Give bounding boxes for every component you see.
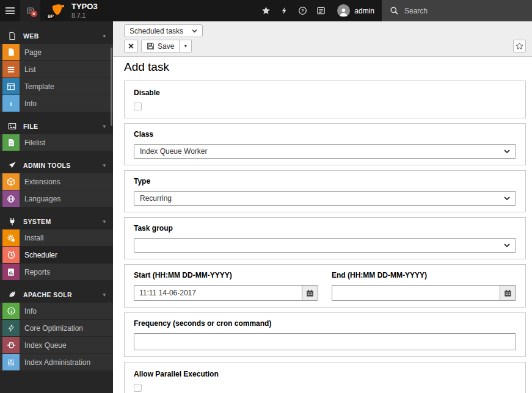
- save-button[interactable]: Save: [141, 40, 180, 52]
- help-button[interactable]: ?: [293, 0, 312, 21]
- type-select[interactable]: Recurring: [134, 191, 516, 206]
- sidebar-item-install[interactable]: Install: [0, 229, 113, 246]
- sidebar-item-template[interactable]: Template: [0, 78, 113, 95]
- sidebar-item-scheduler[interactable]: Scheduler: [0, 247, 113, 263]
- parallel-label: Allow Parallel Execution: [134, 370, 516, 378]
- username: admin: [354, 7, 374, 15]
- sidebar-section-system[interactable]: SYSTEM ▾: [0, 213, 113, 229]
- chevron-down-icon: ▾: [103, 292, 106, 298]
- chevron-down-icon: ▾: [103, 218, 106, 225]
- class-label: Class: [134, 130, 516, 139]
- filelist-icon: [2, 134, 20, 151]
- module-body: Add task Disable Class Index Queue Worke…: [113, 57, 532, 393]
- start-input[interactable]: [134, 285, 302, 301]
- core-optimization-icon: [2, 320, 20, 336]
- search-icon: [390, 6, 399, 15]
- sidebar-section-admin-tools[interactable]: ADMIN TOOLS ▾: [0, 157, 113, 173]
- disable-checkbox[interactable]: [134, 103, 142, 110]
- bookmarks-button[interactable]: [257, 0, 275, 21]
- svg-text:i: i: [10, 100, 12, 107]
- frequency-label: Frequency (seconds or cron command): [134, 319, 516, 328]
- chevron-down-icon: ▾: [103, 123, 106, 129]
- extensions-icon: [2, 173, 20, 190]
- brand: BP TYPO3 8.7.1: [50, 2, 98, 19]
- install-icon: [2, 229, 20, 246]
- sidebar-item-index-administration[interactable]: Index Administration: [0, 354, 113, 370]
- list-icon: [2, 61, 20, 78]
- chevron-down-icon: ▾: [103, 162, 106, 168]
- type-select-value: Recurring: [140, 194, 172, 203]
- rocket-icon: [3, 161, 21, 170]
- form-section-disable: Disable: [124, 81, 526, 118]
- save-icon: [147, 42, 155, 50]
- star-icon: [261, 6, 271, 15]
- sidebar-item-page[interactable]: Page: [0, 44, 113, 60]
- form-section-frequency: Frequency (seconds or cron command): [124, 312, 526, 357]
- person-icon: [338, 7, 349, 17]
- close-icon: [128, 43, 134, 49]
- modules-status-button[interactable]: ✕: [20, 0, 40, 21]
- sidebar-item-info[interactable]: i Info: [0, 95, 113, 112]
- info-icon: i: [2, 95, 20, 112]
- help-icon: ?: [298, 6, 307, 15]
- index-queue-icon: [2, 337, 20, 353]
- topbar: ✕ BP TYPO3 8.7.1 ? admin Search: [0, 0, 532, 21]
- sidebar-section-file[interactable]: FILE ▾: [0, 118, 113, 134]
- sidebar-section-web[interactable]: WEB ▾: [0, 27, 113, 44]
- docheader: Scheduled tasks Save ▾: [113, 21, 532, 57]
- sidebar-item-solr-info[interactable]: i Info: [0, 303, 113, 319]
- bookmark-button[interactable]: [513, 40, 526, 52]
- function-menu-value: Scheduled tasks: [129, 27, 183, 35]
- topbar-search[interactable]: Search: [382, 0, 532, 21]
- form-section-start-end: Start (HH:MM DD-MM-YYYY) End (HH:MM DD-M…: [124, 264, 526, 308]
- menu-toggle-button[interactable]: [0, 0, 20, 21]
- chevron-down-icon: [192, 29, 197, 33]
- error-badge: ✕: [31, 10, 37, 17]
- start-label: Start (HH:MM DD-MM-YYYY): [134, 271, 318, 279]
- document-icon: [3, 32, 21, 40]
- sidebar-section-apache-solr[interactable]: APACHE SOLR ▾: [0, 286, 113, 303]
- sidebar-item-filelist[interactable]: Filelist: [0, 134, 113, 151]
- save-label: Save: [158, 42, 174, 51]
- sidebar-item-reports[interactable]: Reports: [0, 264, 113, 280]
- bp-badge: BP: [46, 13, 55, 19]
- calendar-icon: [306, 289, 314, 297]
- save-options-button[interactable]: ▾: [180, 40, 192, 52]
- clear-cache-button[interactable]: [275, 0, 293, 21]
- languages-icon: [2, 190, 20, 207]
- task-group-select[interactable]: [134, 238, 516, 253]
- module-menu: WEB ▾ Page List Template i Info FILE ▾ F…: [0, 21, 113, 393]
- chevron-down-icon: [504, 196, 510, 201]
- function-menu-select[interactable]: Scheduled tasks: [124, 24, 203, 37]
- end-label: End (HH:MM DD-MM-YYYY): [332, 271, 516, 279]
- plug-icon: [3, 217, 21, 226]
- sidebar-item-extensions[interactable]: Extensions: [0, 173, 113, 190]
- end-input[interactable]: [332, 285, 500, 301]
- avatar: [337, 4, 350, 17]
- image-icon: [3, 122, 21, 131]
- svg-text:?: ?: [301, 8, 304, 13]
- parallel-checkbox[interactable]: [134, 384, 142, 392]
- documentation-button[interactable]: [312, 0, 330, 21]
- class-select[interactable]: Index Queue Worker: [134, 144, 516, 159]
- end-datepicker-button[interactable]: [500, 285, 516, 301]
- scheduler-icon: [2, 247, 20, 263]
- page-icon: [2, 44, 20, 60]
- form-section-task-group: Task group: [124, 217, 526, 259]
- sidebar-item-languages[interactable]: Languages: [0, 190, 113, 207]
- reports-icon: [2, 264, 20, 280]
- close-button[interactable]: [124, 40, 138, 52]
- sidebar-scrollbar[interactable]: [111, 48, 112, 126]
- star-outline-icon: [516, 42, 523, 50]
- chevron-down-icon: ▾: [103, 33, 106, 39]
- feather-icon: [3, 290, 21, 299]
- page-title: Add task: [124, 60, 526, 74]
- start-datepicker-button[interactable]: [302, 285, 318, 301]
- sidebar-item-index-queue[interactable]: Index Queue: [0, 337, 113, 353]
- sidebar-item-core-optimization[interactable]: Core Optimization: [0, 320, 113, 336]
- sidebar-item-list[interactable]: List: [0, 61, 113, 78]
- svg-text:i: i: [10, 308, 12, 314]
- frequency-input[interactable]: [134, 333, 516, 350]
- user-menu[interactable]: admin: [330, 0, 382, 21]
- type-label: Type: [134, 177, 516, 186]
